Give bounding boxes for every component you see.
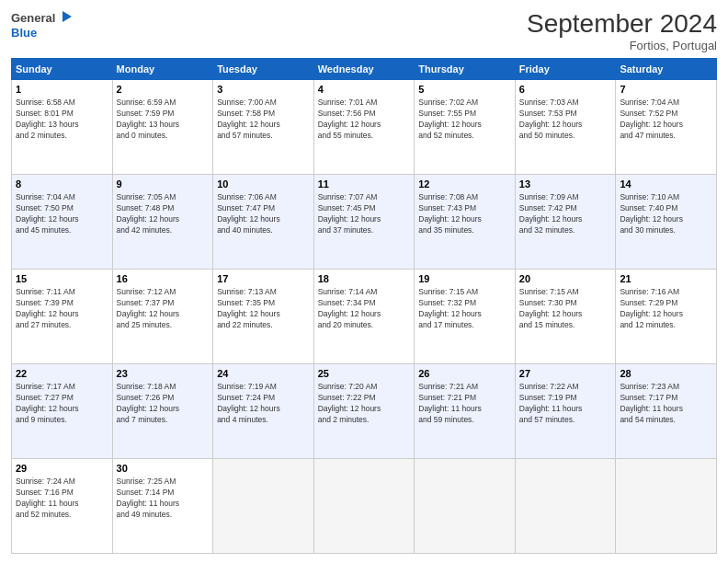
table-row: 15Sunrise: 7:11 AM Sunset: 7:39 PM Dayli… [12,270,113,364]
day-info: Sunrise: 7:23 AM Sunset: 7:17 PM Dayligh… [620,382,712,426]
table-row: 24Sunrise: 7:19 AM Sunset: 7:24 PM Dayli… [213,364,314,459]
table-row: 10Sunrise: 7:06 AM Sunset: 7:47 PM Dayli… [213,175,314,270]
day-number: 20 [519,272,612,286]
table-row [515,459,616,554]
day-info: Sunrise: 7:02 AM Sunset: 7:55 PM Dayligh… [418,98,511,142]
day-number: 8 [16,178,108,191]
day-info: Sunrise: 6:58 AM Sunset: 8:01 PM Dayligh… [16,98,108,142]
day-info: Sunrise: 7:04 AM Sunset: 7:52 PM Dayligh… [620,98,712,142]
table-row: 20Sunrise: 7:15 AM Sunset: 7:30 PM Dayli… [515,270,616,364]
day-number: 30 [117,462,210,476]
table-row: 17Sunrise: 7:13 AM Sunset: 7:35 PM Dayli… [213,270,314,364]
day-number: 12 [418,178,511,191]
table-row: 12Sunrise: 7:08 AM Sunset: 7:43 PM Dayli… [415,175,516,270]
table-row: 1Sunrise: 6:58 AM Sunset: 8:01 PM Daylig… [12,80,113,175]
day-info: Sunrise: 7:01 AM Sunset: 7:56 PM Dayligh… [318,98,411,142]
calendar-table: Sunday Monday Tuesday Wednesday Thursday… [11,58,717,554]
day-number: 26 [418,367,511,381]
table-row: 7Sunrise: 7:04 AM Sunset: 7:52 PM Daylig… [616,80,717,175]
day-number: 1 [16,83,108,97]
day-number: 11 [318,178,411,191]
table-row: 4Sunrise: 7:01 AM Sunset: 7:56 PM Daylig… [313,80,415,175]
day-info: Sunrise: 7:14 AM Sunset: 7:34 PM Dayligh… [318,287,411,331]
day-info: Sunrise: 7:11 AM Sunset: 7:39 PM Dayligh… [16,287,108,331]
table-row: 2Sunrise: 6:59 AM Sunset: 7:59 PM Daylig… [112,80,213,175]
day-number: 23 [117,367,210,381]
day-number: 5 [418,83,511,97]
day-number: 10 [217,178,310,191]
table-row [616,459,717,554]
location: Fortios, Portugal [527,39,717,52]
day-number: 7 [620,83,712,97]
table-row [313,459,415,554]
day-number: 17 [217,272,310,286]
col-thursday: Thursday [415,59,516,80]
logo: GeneralBlue [11,9,77,42]
table-row: 26Sunrise: 7:21 AM Sunset: 7:21 PM Dayli… [415,364,516,459]
day-info: Sunrise: 7:15 AM Sunset: 7:30 PM Dayligh… [519,287,612,331]
svg-text:Blue: Blue [11,26,37,40]
day-number: 24 [217,367,310,381]
day-number: 14 [620,178,712,191]
table-row: 9Sunrise: 7:05 AM Sunset: 7:48 PM Daylig… [112,175,213,270]
header-row: Sunday Monday Tuesday Wednesday Thursday… [12,59,717,80]
day-number: 9 [117,178,210,191]
calendar-row: 29Sunrise: 7:24 AM Sunset: 7:16 PM Dayli… [12,459,717,554]
calendar-row: 8Sunrise: 7:04 AM Sunset: 7:50 PM Daylig… [12,175,717,270]
col-sunday: Sunday [12,59,113,80]
table-row: 13Sunrise: 7:09 AM Sunset: 7:42 PM Dayli… [515,175,616,270]
calendar-row: 22Sunrise: 7:17 AM Sunset: 7:27 PM Dayli… [12,364,717,459]
day-number: 22 [16,367,108,381]
day-info: Sunrise: 7:04 AM Sunset: 7:50 PM Dayligh… [16,192,108,236]
title-block: September 2024 Fortios, Portugal [527,9,717,52]
day-info: Sunrise: 7:10 AM Sunset: 7:40 PM Dayligh… [620,192,712,236]
day-info: Sunrise: 7:12 AM Sunset: 7:37 PM Dayligh… [117,287,210,331]
table-row: 27Sunrise: 7:22 AM Sunset: 7:19 PM Dayli… [515,364,616,459]
day-info: Sunrise: 7:19 AM Sunset: 7:24 PM Dayligh… [217,382,310,426]
day-info: Sunrise: 7:05 AM Sunset: 7:48 PM Dayligh… [117,192,210,236]
table-row: 5Sunrise: 7:02 AM Sunset: 7:55 PM Daylig… [415,80,516,175]
table-row: 25Sunrise: 7:20 AM Sunset: 7:22 PM Dayli… [313,364,415,459]
day-number: 28 [620,367,712,381]
table-row: 21Sunrise: 7:16 AM Sunset: 7:29 PM Dayli… [616,270,717,364]
day-info: Sunrise: 7:20 AM Sunset: 7:22 PM Dayligh… [318,382,411,426]
day-info: Sunrise: 7:07 AM Sunset: 7:45 PM Dayligh… [318,192,411,236]
col-saturday: Saturday [616,59,717,80]
day-number: 21 [620,272,712,286]
col-friday: Friday [515,59,616,80]
day-number: 19 [418,272,511,286]
logo-svg: GeneralBlue [11,9,77,42]
table-row: 3Sunrise: 7:00 AM Sunset: 7:58 PM Daylig… [213,80,314,175]
day-info: Sunrise: 7:16 AM Sunset: 7:29 PM Dayligh… [620,287,712,331]
day-info: Sunrise: 7:06 AM Sunset: 7:47 PM Dayligh… [217,192,310,236]
col-monday: Monday [112,59,213,80]
table-row [213,459,314,554]
day-info: Sunrise: 7:24 AM Sunset: 7:16 PM Dayligh… [16,477,108,521]
day-info: Sunrise: 7:17 AM Sunset: 7:27 PM Dayligh… [16,382,108,426]
day-info: Sunrise: 6:59 AM Sunset: 7:59 PM Dayligh… [117,98,210,142]
svg-marker-1 [63,11,72,22]
month-title: September 2024 [527,9,717,39]
table-row: 22Sunrise: 7:17 AM Sunset: 7:27 PM Dayli… [12,364,113,459]
table-row: 29Sunrise: 7:24 AM Sunset: 7:16 PM Dayli… [12,459,113,554]
day-number: 6 [519,83,612,97]
day-info: Sunrise: 7:22 AM Sunset: 7:19 PM Dayligh… [519,382,612,426]
day-info: Sunrise: 7:13 AM Sunset: 7:35 PM Dayligh… [217,287,310,331]
table-row: 16Sunrise: 7:12 AM Sunset: 7:37 PM Dayli… [112,270,213,364]
table-row: 8Sunrise: 7:04 AM Sunset: 7:50 PM Daylig… [12,175,113,270]
day-info: Sunrise: 7:15 AM Sunset: 7:32 PM Dayligh… [418,287,511,331]
table-row: 11Sunrise: 7:07 AM Sunset: 7:45 PM Dayli… [313,175,415,270]
header: GeneralBlue September 2024 Fortios, Port… [11,9,717,52]
col-tuesday: Tuesday [213,59,314,80]
day-info: Sunrise: 7:21 AM Sunset: 7:21 PM Dayligh… [418,382,511,426]
day-number: 25 [318,367,411,381]
page: GeneralBlue September 2024 Fortios, Port… [0,0,728,563]
day-number: 29 [16,462,108,476]
day-number: 18 [318,272,411,286]
table-row [415,459,516,554]
day-number: 15 [16,272,108,286]
day-number: 27 [519,367,612,381]
col-wednesday: Wednesday [313,59,415,80]
day-number: 16 [117,272,210,286]
calendar-row: 15Sunrise: 7:11 AM Sunset: 7:39 PM Dayli… [12,270,717,364]
